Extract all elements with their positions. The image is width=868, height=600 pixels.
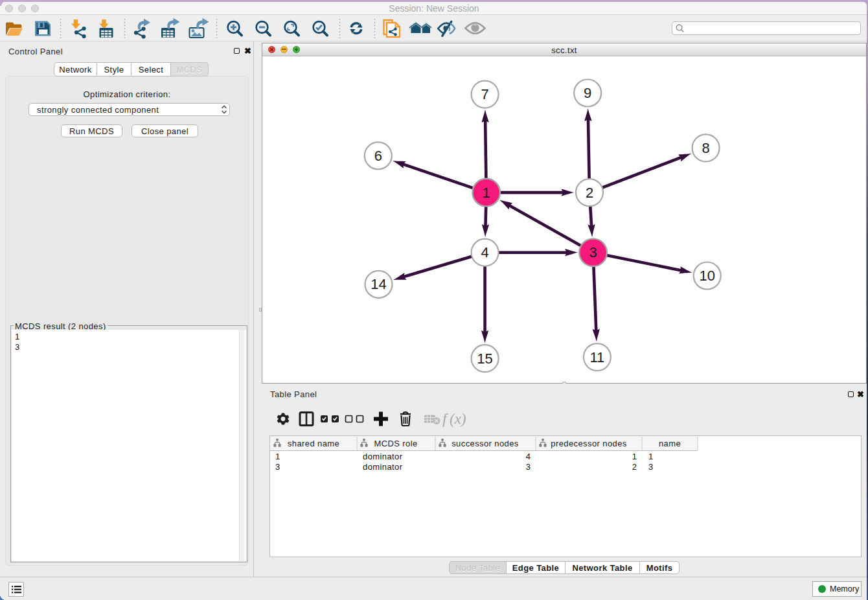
svg-text:6: 6 <box>374 148 382 164</box>
svg-text:10: 10 <box>699 268 714 284</box>
svg-text:7: 7 <box>481 86 488 102</box>
svg-text:shared name: shared name <box>288 439 339 448</box>
svg-text:1: 1 <box>483 185 490 201</box>
svg-text:3: 3 <box>589 244 597 260</box>
svg-text:MCDS role: MCDS role <box>374 439 417 448</box>
svg-text:2: 2 <box>586 185 593 201</box>
svg-text:predecessor nodes: predecessor nodes <box>551 439 626 448</box>
svg-text:successor nodes: successor nodes <box>451 439 519 448</box>
svg-text:11: 11 <box>589 349 604 365</box>
svg-text:4: 4 <box>481 244 488 260</box>
svg-text:name: name <box>659 439 681 448</box>
svg-text:15: 15 <box>477 351 492 367</box>
svg-text:8: 8 <box>702 140 709 156</box>
svg-text:14: 14 <box>371 276 386 292</box>
svg-text:9: 9 <box>584 85 591 101</box>
svg-text:f (x): f (x) <box>442 411 466 427</box>
